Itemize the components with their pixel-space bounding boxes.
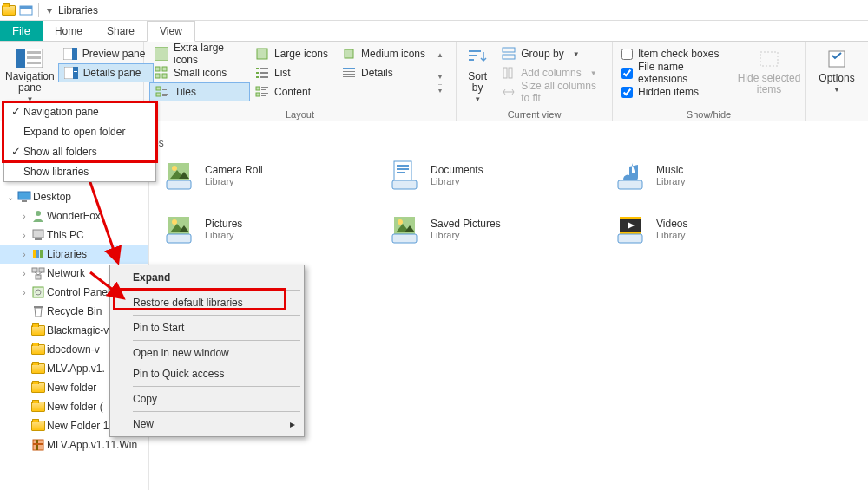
tree-item-label: MLV.App.v1.11.Win xyxy=(47,439,137,451)
content-icon xyxy=(255,85,269,99)
layout-extra-large[interactable]: Extra large icons xyxy=(149,44,250,63)
ctx-pin-to-start[interactable]: Pin to Start xyxy=(112,317,302,338)
group-by-button[interactable]: Group by▼ xyxy=(496,44,607,63)
layout-medium[interactable]: Medium icons xyxy=(337,44,432,63)
navigation-pane-dropdown: ✓Navigation pane Expand to open folder ✓… xyxy=(3,101,156,182)
preview-pane-button[interactable]: Preview pane xyxy=(58,44,154,63)
layout-details[interactable]: Details xyxy=(337,63,432,82)
hidden-items-toggle[interactable]: Hidden items xyxy=(618,82,735,101)
navpane-opt-expand-open[interactable]: Expand to open folder xyxy=(4,121,155,141)
pic-library-icon xyxy=(161,212,196,246)
group-options: Options ▼ xyxy=(806,42,868,121)
ctx-open-new-window[interactable]: Open in new window xyxy=(112,343,302,363)
svg-rect-13 xyxy=(155,47,168,61)
hide-selected-button[interactable]: Hide selected items xyxy=(739,44,799,105)
libs-icon xyxy=(31,247,45,261)
expander-icon[interactable]: ⌄ xyxy=(5,193,16,202)
expander-icon[interactable]: › xyxy=(19,231,30,240)
ctx-pin-quick-access[interactable]: Pin to Quick access xyxy=(112,363,302,384)
tile-title: Music xyxy=(656,164,686,176)
layout-content[interactable]: Content xyxy=(250,82,337,101)
layout-scroll-up[interactable]: ▲ xyxy=(437,51,444,59)
navpane-opt-show-libraries[interactable]: Show libraries xyxy=(4,161,155,181)
pc-icon xyxy=(31,228,45,242)
qat-customize-button[interactable]: ▾ xyxy=(44,5,55,16)
folder-icon xyxy=(31,400,45,414)
file-name-ext-toggle[interactable]: File name extensions xyxy=(618,63,735,82)
svg-point-89 xyxy=(398,219,403,225)
navpane-opt-navigation-pane[interactable]: ✓Navigation pane xyxy=(4,101,155,121)
size-all-columns-button[interactable]: Size all columns to fit xyxy=(496,82,607,101)
tree-item-mlv-app-v1-11-win[interactable]: MLV.App.v1.11.Win xyxy=(0,435,148,454)
ctx-pin-qa-label: Pin to Quick access xyxy=(133,368,224,380)
svg-rect-11 xyxy=(74,69,77,69)
tile-subtitle: Library xyxy=(656,176,686,186)
chevron-down-icon: ▼ xyxy=(590,69,597,77)
svg-rect-20 xyxy=(162,89,167,90)
layout-tiles[interactable]: Tiles xyxy=(149,82,250,101)
tree-item-label: New folder ( xyxy=(47,401,103,413)
svg-rect-39 xyxy=(343,71,355,72)
tile-subtitle: Library xyxy=(205,176,263,186)
tile-subtitle: Library xyxy=(431,176,483,186)
tree-item-libraries[interactable]: ›Libraries xyxy=(0,245,148,264)
navigation-pane-button[interactable]: Navigation pane ▼ xyxy=(5,44,55,105)
expander-icon[interactable]: › xyxy=(19,212,30,221)
hide-selected-label: Hide selected items xyxy=(738,73,801,95)
group-showhide-label: Show/hide xyxy=(613,109,805,121)
layout-list-label: List xyxy=(274,67,291,79)
library-tile-saved-pictures[interactable]: Saved PicturesLibrary xyxy=(385,208,594,250)
tab-view[interactable]: View xyxy=(147,21,195,42)
svg-rect-87 xyxy=(167,234,191,243)
library-tile-music[interactable]: MusicLibrary xyxy=(611,154,819,196)
xl-icon xyxy=(155,47,168,61)
layout-scroll-down[interactable]: ▼ xyxy=(437,73,444,81)
size-cols-icon xyxy=(502,85,516,99)
dd-label: Show all folders xyxy=(23,146,97,158)
tree-item-desktop[interactable]: ⌄Desktop xyxy=(0,187,148,206)
options-label: Options xyxy=(819,73,854,84)
tree-item-wonderfox[interactable]: ›WonderFox xyxy=(0,206,148,225)
tree-item-this-pc[interactable]: ›This PC xyxy=(0,225,148,245)
options-button[interactable]: Options ▼ xyxy=(814,44,859,105)
ctx-expand[interactable]: Expand xyxy=(112,267,302,288)
library-tile-videos[interactable]: VideosLibrary xyxy=(611,208,819,250)
details-pane-button[interactable]: Details pane xyxy=(58,63,154,82)
svg-rect-92 xyxy=(392,234,417,243)
tab-file[interactable]: File xyxy=(0,21,43,41)
svg-point-55 xyxy=(36,211,41,216)
tree-item-label: WonderFox xyxy=(47,210,101,222)
svg-rect-33 xyxy=(261,89,266,90)
sort-by-button[interactable]: Sort by ▼ xyxy=(462,44,493,105)
tree-item-label: New Folder 1 xyxy=(47,420,108,432)
svg-rect-62 xyxy=(39,268,44,272)
library-tile-documents[interactable]: DocumentsLibrary xyxy=(385,154,594,196)
window-title: Libraries xyxy=(58,4,98,16)
svg-rect-58 xyxy=(33,250,36,258)
tab-share[interactable]: Share xyxy=(95,22,147,41)
tile-title: Pictures xyxy=(205,218,242,230)
svg-rect-78 xyxy=(397,165,409,167)
expander-icon[interactable]: › xyxy=(19,269,30,278)
expander-icon[interactable]: › xyxy=(19,288,30,297)
layout-list[interactable]: List xyxy=(250,63,337,82)
svg-rect-6 xyxy=(27,62,41,64)
svg-rect-21 xyxy=(156,93,161,96)
expander-icon[interactable]: › xyxy=(19,250,30,259)
library-tile-camera-roll[interactable]: Camera RollLibrary xyxy=(160,154,368,196)
size-all-label: Size all columns to fit xyxy=(521,80,602,104)
ctx-copy-label: Copy xyxy=(133,393,157,405)
library-tile-pictures[interactable]: PicturesLibrary xyxy=(160,208,368,250)
layout-large[interactable]: Large icons xyxy=(250,44,337,63)
layout-more[interactable]: ▾ xyxy=(438,84,442,95)
ctx-restore-default-libraries[interactable]: Restore default libraries xyxy=(112,292,302,313)
dd-label: Navigation pane xyxy=(23,106,99,118)
svg-rect-82 xyxy=(618,180,642,189)
tile-title: Camera Roll xyxy=(205,164,263,176)
ctx-copy[interactable]: Copy xyxy=(112,389,302,409)
navpane-opt-show-all-folders[interactable]: ✓Show all folders xyxy=(4,141,155,161)
tab-home[interactable]: Home xyxy=(43,22,95,41)
layout-small[interactable]: Small icons xyxy=(149,63,250,82)
ctx-new[interactable]: New▸ xyxy=(112,414,302,434)
svg-rect-81 xyxy=(392,180,417,189)
